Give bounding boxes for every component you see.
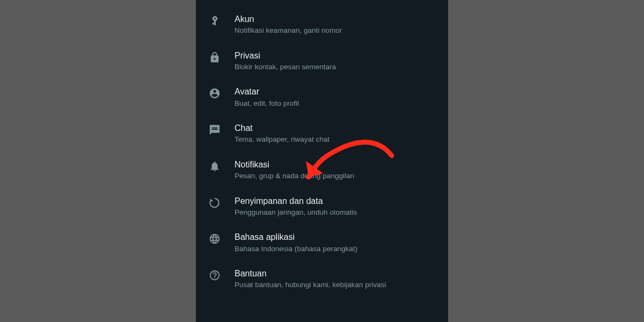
help-icon	[209, 268, 235, 281]
setting-title: Penyimpanan dan data	[235, 196, 437, 206]
setting-title: Bahasa aplikasi	[235, 232, 437, 242]
settings-list: Akun Notifikasi keamanan, ganti nomor Pr…	[196, 0, 448, 297]
setting-subtitle: Buat, edit, foto profil	[235, 99, 437, 108]
setting-title: Akun	[235, 14, 437, 24]
setting-subtitle: Tema, wallpaper, riwayat chat	[235, 135, 437, 144]
setting-subtitle: Notifikasi keamanan, ganti nomor	[235, 26, 437, 35]
setting-subtitle: Bahasa Indonesia (bahasa perangkat)	[235, 244, 437, 254]
setting-item-avatar[interactable]: Avatar Buat, edit, foto profil	[196, 79, 448, 115]
setting-title: Privasi	[235, 50, 437, 61]
setting-item-privasi[interactable]: Privasi Blokir kontak, pesan sementara	[196, 43, 448, 79]
setting-item-penyimpanan[interactable]: Penyimpanan dan data Penggunaan jaringan…	[196, 188, 448, 225]
setting-text: Avatar Buat, edit, foto profil	[235, 86, 437, 108]
chat-icon	[209, 123, 235, 136]
setting-item-bantuan[interactable]: Bantuan Pusat bantuan, hubungi kami, keb…	[196, 261, 448, 297]
setting-title: Notifikasi	[235, 159, 437, 170]
setting-item-notifikasi[interactable]: Notifikasi Pesan, grup & nada dering pan…	[196, 152, 448, 188]
setting-item-chat[interactable]: Chat Tema, wallpaper, riwayat chat	[196, 115, 448, 152]
setting-subtitle: Pusat bantuan, hubungi kami, kebijakan p…	[235, 280, 437, 290]
setting-text: Chat Tema, wallpaper, riwayat chat	[235, 123, 437, 144]
lock-icon	[209, 50, 235, 63]
setting-text: Akun Notifikasi keamanan, ganti nomor	[235, 14, 437, 35]
setting-title: Chat	[235, 123, 437, 133]
setting-title: Avatar	[235, 86, 437, 97]
setting-text: Bahasa aplikasi Bahasa Indonesia (bahasa…	[235, 232, 437, 253]
setting-text: Penyimpanan dan data Penggunaan jaringan…	[235, 196, 437, 217]
setting-text: Bantuan Pusat bantuan, hubungi kami, keb…	[235, 268, 437, 290]
setting-subtitle: Penggunaan jaringan, unduh otomatis	[235, 208, 437, 217]
bell-icon	[209, 159, 235, 172]
setting-subtitle: Pesan, grup & nada dering panggilan	[235, 171, 437, 181]
key-icon	[209, 14, 235, 27]
setting-item-akun[interactable]: Akun Notifikasi keamanan, ganti nomor	[196, 6, 448, 43]
setting-subtitle: Blokir kontak, pesan sementara	[235, 62, 437, 72]
globe-icon	[209, 232, 235, 245]
data-icon	[209, 196, 235, 209]
avatar-icon	[209, 86, 235, 99]
setting-title: Bantuan	[235, 268, 437, 279]
settings-panel: Akun Notifikasi keamanan, ganti nomor Pr…	[196, 0, 448, 322]
setting-text: Privasi Blokir kontak, pesan sementara	[235, 50, 437, 72]
setting-item-bahasa[interactable]: Bahasa aplikasi Bahasa Indonesia (bahasa…	[196, 224, 448, 261]
setting-text: Notifikasi Pesan, grup & nada dering pan…	[235, 159, 437, 181]
